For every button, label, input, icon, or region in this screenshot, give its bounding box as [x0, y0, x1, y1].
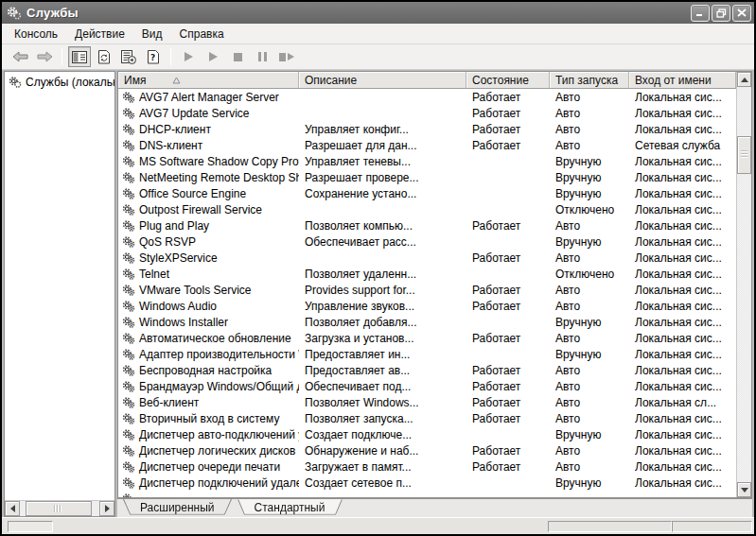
resume-service-button[interactable]: [202, 46, 224, 67]
pause-icon: [258, 52, 267, 61]
export-list-button[interactable]: [117, 46, 140, 67]
table-row[interactable]: Office Source Engine Сохранение устано..…: [118, 185, 736, 201]
restore-button[interactable]: [712, 5, 730, 22]
table-row[interactable]: Plug and Play Позволяет компью... Работа…: [118, 217, 736, 233]
service-startup-type: Авто: [550, 121, 629, 137]
restart-service-button[interactable]: [275, 46, 298, 67]
service-startup-type: Отключено: [550, 201, 629, 217]
column-header-logon-as[interactable]: Вход от имени: [629, 72, 736, 89]
service-status: Работает: [466, 282, 550, 298]
column-header-name[interactable]: Имя: [118, 72, 299, 89]
service-logon-as: Локальная сис...: [629, 362, 736, 378]
service-logon-as: Локальная сис...: [629, 378, 736, 394]
back-button[interactable]: [9, 46, 31, 67]
service-name: Диспетчер логических дисков: [139, 444, 295, 458]
refresh-button[interactable]: [93, 46, 115, 67]
status-segment: [548, 521, 672, 532]
table-row[interactable]: Диспетчер логических дисков Обнаружение …: [118, 442, 736, 458]
pause-service-button[interactable]: [251, 46, 273, 67]
service-name: Веб-клиент: [139, 396, 199, 409]
vertical-scroll-thumb[interactable]: [737, 136, 751, 174]
tab-standard[interactable]: Стандартный: [237, 499, 343, 517]
table-row[interactable]: Автоматическое обновление Загрузка и уст…: [118, 330, 736, 346]
table-row[interactable]: Диспетчер очереди печати Загружает в пам…: [118, 458, 736, 475]
service-startup-type: Вручную: [550, 169, 629, 185]
service-gear-icon: [122, 219, 135, 233]
column-header-status[interactable]: Состояние: [466, 72, 550, 89]
table-row[interactable]: Диспетчер подключений удаленного до... С…: [118, 475, 736, 491]
table-row[interactable]: Адаптер производительности WMI Предостав…: [118, 346, 736, 362]
table-row[interactable]: [118, 491, 736, 497]
service-startup-type: Авто: [550, 458, 629, 475]
table-row[interactable]: Windows Installer Позволяет добавля... В…: [118, 314, 736, 330]
service-logon-as: Локальная сис...: [629, 314, 736, 330]
table-row[interactable]: Брандмауэр Windows/Общий доступ к Ин... …: [118, 378, 736, 394]
table-row[interactable]: Вторичный вход в систему Позволяет запус…: [118, 410, 736, 426]
status-segment: [8, 521, 53, 532]
play-icon: [209, 52, 218, 61]
table-row[interactable]: Диспетчер авто-подключений удаленно... С…: [118, 426, 736, 442]
table-row[interactable]: VMware Tools Service Provides support fo…: [118, 282, 736, 298]
service-logon-as: Локальная сис...: [629, 153, 736, 169]
table-row[interactable]: MS Software Shadow Copy Provider Управля…: [118, 153, 736, 169]
menu-view[interactable]: Вид: [133, 26, 171, 43]
scroll-up-button[interactable]: [737, 72, 751, 87]
minimize-button[interactable]: [691, 5, 710, 22]
scroll-down-button[interactable]: [737, 482, 751, 497]
menu-action[interactable]: Действие: [66, 26, 133, 43]
console-tree-panel: Службы (локальны: [4, 71, 115, 517]
service-status: [466, 475, 550, 491]
table-row[interactable]: Веб-клиент Позволяет Windows... Работает…: [118, 394, 736, 410]
menu-console[interactable]: Консоль: [6, 26, 66, 43]
table-row[interactable]: Outpost Firewall Service Отключено Локал…: [118, 201, 736, 217]
service-status: [466, 233, 550, 250]
scroll-left-button[interactable]: [5, 501, 20, 516]
service-gear-icon: [122, 203, 135, 216]
service-status: Работает: [466, 250, 550, 266]
table-row[interactable]: Беспроводная настройка Предоставляет ав.…: [118, 362, 736, 378]
service-name: Office Source Engine: [139, 187, 246, 200]
table-row[interactable]: StyleXPService Работает Авто Локальная с…: [118, 250, 736, 266]
service-status: Работает: [466, 458, 550, 475]
scroll-right-button[interactable]: [99, 501, 114, 516]
tab-extended[interactable]: Расширенный: [123, 499, 232, 517]
service-gear-icon: [122, 428, 135, 441]
horizontal-scroll-thumb[interactable]: [26, 501, 92, 516]
service-logon-as: Локальная сис...: [629, 89, 736, 105]
service-logon-as: Локальная сис...: [629, 105, 736, 121]
table-row[interactable]: Windows Audio Управление звуков... Работ…: [118, 298, 736, 314]
forward-button[interactable]: [33, 46, 56, 67]
column-header-description[interactable]: Описание: [299, 72, 466, 89]
stop-service-button[interactable]: [226, 46, 249, 67]
service-logon-as: Локальная сис...: [629, 442, 736, 458]
service-startup-type: Отключено: [550, 266, 629, 282]
service-description: Позволяет удаленн...: [299, 266, 466, 282]
start-service-button[interactable]: [177, 46, 200, 67]
service-logon-as: Локальная сис...: [629, 201, 736, 217]
show-console-tree-button[interactable]: [68, 46, 91, 67]
table-row[interactable]: DHCP-клиент Управляет конфиг... Работает…: [118, 121, 736, 137]
column-header-startup-type[interactable]: Тип запуска: [550, 72, 629, 89]
service-logon-as: Локальная сис...: [629, 410, 736, 426]
list-vertical-scrollbar[interactable]: [736, 72, 751, 497]
table-row[interactable]: DNS-клиент Разрешает для дан... Работает…: [118, 137, 736, 153]
service-status: [466, 185, 550, 201]
table-row[interactable]: AVG7 Alert Manager Server Работает Авто …: [118, 89, 736, 105]
close-button[interactable]: [732, 5, 751, 22]
toolbar-separator: [170, 48, 171, 65]
service-logon-as: Локальная сис...: [629, 282, 736, 298]
service-gear-icon: [122, 268, 135, 281]
service-startup-type: Вручную: [550, 185, 629, 201]
table-row[interactable]: Telnet Позволяет удаленн... Отключено Ло…: [118, 266, 736, 282]
tree-horizontal-scrollbar[interactable]: [5, 500, 114, 516]
table-row[interactable]: AVG7 Update Service Работает Авто Локаль…: [118, 105, 736, 121]
service-startup-type: Авто: [550, 250, 629, 266]
table-row[interactable]: NetMeeting Remote Desktop Sharing Разреш…: [118, 169, 736, 185]
status-bar: [2, 517, 754, 534]
service-description: [299, 491, 466, 497]
menu-help[interactable]: Справка: [171, 26, 233, 43]
table-row[interactable]: QoS RSVP Обеспечивает расс... Вручную Ло…: [118, 233, 736, 250]
service-status: Работает: [466, 394, 550, 410]
tree-item-services-local[interactable]: Службы (локальны: [5, 75, 114, 90]
help-button[interactable]: ?: [142, 46, 165, 67]
